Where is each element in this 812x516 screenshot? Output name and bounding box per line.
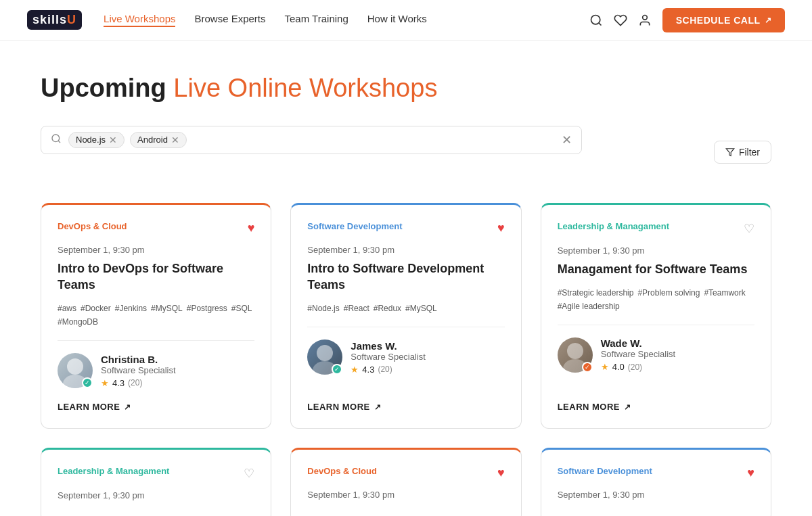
card-tag: #Redux [374, 304, 401, 313]
page-title: Upcoming Live Online Workshops [41, 73, 771, 104]
card-date: September 1, 9:30 pm [558, 490, 754, 500]
card-date: September 1, 9:30 pm [558, 245, 754, 256]
nav-link-browse[interactable]: Browse Experts [194, 13, 265, 27]
tag-android: Android ✕ [130, 132, 187, 148]
instructor-role: Software Specialist [101, 365, 176, 375]
card-category: Software Development [307, 221, 402, 231]
rating: ★ 4.3 (20) [101, 378, 176, 388]
workshop-card: Leadership & Managament ♡ September 1, 9… [41, 448, 271, 516]
search-bar: Node.js ✕ Android ✕ ✕ [41, 126, 582, 154]
card-tags: #Strategic leadership #Problem solving #… [558, 288, 754, 311]
external-link-icon: ↗ [374, 402, 382, 412]
verified-badge: ✓ [82, 377, 93, 388]
rating-value: 4.3 [362, 365, 374, 375]
workshop-card: Software Development ♥ September 1, 9:30… [290, 203, 521, 429]
instructor: ✓ James W. Software Specialist ★ 4.3 (20… [307, 339, 504, 375]
profile-button[interactable] [638, 14, 652, 27]
card-tag: #aws [58, 304, 76, 313]
nav-icons [589, 14, 652, 27]
card-tag: #Strategic leadership [558, 288, 634, 298]
card-tags: #aws #Docker #Jenkins #MySQL #Postgress … [58, 304, 254, 327]
favorite-button[interactable]: ♥ [497, 221, 505, 235]
card-category: Leadership & Managament [58, 466, 169, 476]
card-tag: #React [344, 304, 369, 313]
logo-u: U [67, 13, 76, 26]
svg-point-3 [52, 135, 60, 142]
card-date: September 1, 9:30 pm [307, 490, 504, 500]
instructor: ✓ Wade W. Software Specialist ★ 4.0 (20) [558, 337, 754, 373]
learn-more-link[interactable]: LEARN MORE ↗ [558, 402, 754, 412]
card-category: DevOps & Cloud [58, 221, 127, 231]
favorite-button[interactable]: ♥ [747, 466, 754, 480]
cards-grid-row2: Leadership & Managament ♡ September 1, 9… [41, 448, 771, 516]
card-header: DevOps & Cloud ♥ [307, 466, 504, 480]
workshop-card: DevOps & Cloud ♥ September 1, 9:30 pm [290, 448, 521, 516]
schedule-call-label: SCHEDULE CALL [676, 15, 761, 26]
card-tag: #SQL [231, 304, 252, 313]
logo[interactable]: skillsU [27, 10, 82, 30]
nav-links: Live Workshops Browse Experts Team Train… [104, 13, 589, 27]
title-part2: Live Online Workshops [173, 74, 437, 102]
logo-text: skills [32, 13, 67, 26]
card-header: DevOps & Cloud ♥ [58, 221, 254, 235]
star-icon: ★ [101, 378, 109, 388]
instructor: ✓ Christina B. Software Specialist ★ 4.3… [58, 353, 254, 388]
svg-point-2 [642, 15, 647, 20]
remove-nodejs-tag[interactable]: ✕ [109, 135, 117, 145]
card-date: September 1, 9:30 pm [307, 245, 504, 255]
favorite-button[interactable]: ♡ [244, 466, 254, 481]
svg-point-10 [567, 343, 583, 359]
tag-label: Android [137, 135, 168, 145]
tag-nodejs: Node.js ✕ [68, 132, 125, 148]
filter-label: Filter [739, 147, 760, 158]
card-tag: #Postgress [187, 304, 227, 313]
instructor-role: Software Specialist [351, 352, 426, 362]
instructor-role: Software Specialist [601, 349, 676, 359]
nav-link-training[interactable]: Team Training [285, 13, 348, 27]
card-tag: #MySQL [405, 304, 437, 313]
favorite-button[interactable]: ♥ [497, 466, 505, 480]
rating-count: (20) [128, 378, 142, 388]
card-date: September 1, 9:30 pm [58, 245, 254, 255]
learn-more-link[interactable]: LEARN MORE ↗ [307, 402, 504, 412]
schedule-call-button[interactable]: SCHEDULE CALL ↗ [662, 8, 785, 32]
heart-icon [614, 14, 627, 27]
svg-point-0 [591, 15, 600, 24]
card-category: Software Development [558, 466, 652, 476]
favorite-button[interactable]: ♥ [248, 221, 255, 235]
tag-label: Node.js [76, 135, 106, 145]
remove-android-tag[interactable]: ✕ [171, 135, 179, 145]
card-date: September 1, 9:30 pm [58, 490, 254, 500]
favorite-button[interactable]: ♡ [744, 221, 754, 236]
avatar-wrap: ✓ [58, 353, 93, 388]
svg-marker-5 [726, 148, 734, 156]
card-category: DevOps & Cloud [307, 466, 377, 476]
svg-line-1 [599, 22, 602, 25]
external-link-icon: ↗ [124, 402, 131, 412]
card-tags: #Node.js #React #Redux #MySQL [307, 304, 504, 313]
card-tag: #MongoDB [58, 317, 98, 327]
rating-count: (20) [378, 365, 392, 374]
learn-more-label: LEARN MORE [558, 402, 620, 412]
card-tag: #Problem solving [637, 288, 700, 298]
star-icon: ★ [351, 365, 359, 375]
search-button[interactable] [589, 14, 603, 27]
nav-link-workshops[interactable]: Live Workshops [104, 13, 175, 27]
card-tag: #Jenkins [115, 304, 147, 313]
instructor-name: Christina B. [101, 354, 176, 365]
user-icon [638, 14, 652, 27]
clear-search-button[interactable]: ✕ [562, 133, 572, 147]
avatar-wrap: ✓ [558, 337, 593, 373]
search-tags: Node.js ✕ Android ✕ [68, 132, 562, 148]
workshop-card: Software Development ♥ September 1, 9:30… [541, 448, 771, 516]
filter-button[interactable]: Filter [714, 141, 771, 164]
learn-more-link[interactable]: LEARN MORE ↗ [58, 402, 254, 412]
card-tag: #Teamwork [704, 288, 745, 298]
nav-link-how[interactable]: How it Works [367, 13, 427, 27]
card-header: Software Development ♥ [558, 466, 754, 480]
verified-badge: ✓ [332, 364, 342, 375]
svg-point-8 [317, 345, 333, 361]
favorites-button[interactable] [614, 14, 627, 27]
card-header: Software Development ♥ [307, 221, 504, 235]
verified-badge: ✓ [582, 362, 593, 373]
